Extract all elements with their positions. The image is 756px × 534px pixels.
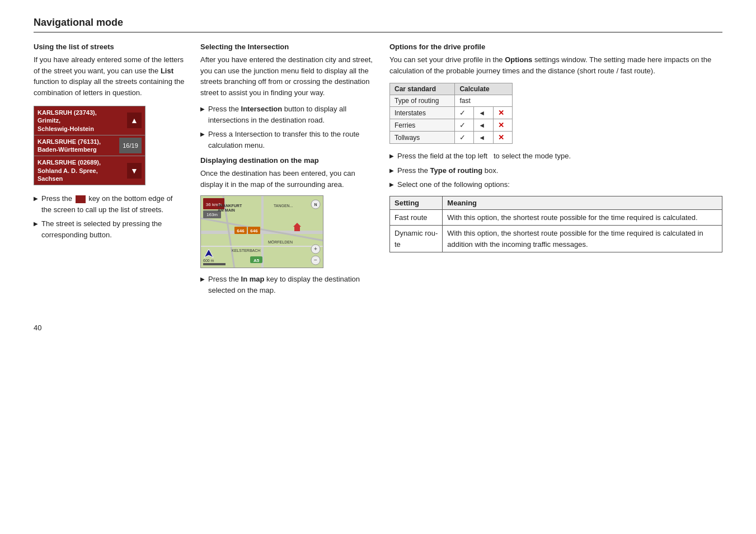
svg-text:FRANKFURT: FRANKFURT xyxy=(218,204,242,208)
meaning-row-2: Dynamic rou-te With this option, the sho… xyxy=(390,226,722,252)
dp-header-row: Car standard Calculate xyxy=(390,83,513,95)
setting-dynamic-route: Dynamic rou-te xyxy=(390,226,443,252)
mid-bullet-2: Press a Intersection to transfer this to… xyxy=(200,129,374,151)
street-name-3: KARLSRUHE (02689),Sohland A. D. Spree,Sa… xyxy=(37,158,127,182)
dp-header-calculate: Calculate xyxy=(455,83,513,95)
svg-text:MÖRFELDEN: MÖRFELDEN xyxy=(268,240,293,244)
mid-bullet-list-2: Press the In map key to display the dest… xyxy=(200,274,374,296)
mid-heading1: Selecting the Intersection xyxy=(200,43,374,51)
right-bullet-1: Press the field at the top left to selec… xyxy=(389,151,722,162)
right-column: Options for the drive profile You can se… xyxy=(389,43,722,258)
svg-rect-21 xyxy=(203,263,226,265)
svg-rect-25 xyxy=(294,227,300,231)
dp-tollways-check: ✓ xyxy=(455,132,474,144)
street-name-2: KARLSRUHE (76131),Baden-Württemberg xyxy=(37,138,119,154)
red-square-icon xyxy=(76,195,86,203)
mid-column: Selecting the Intersection After you hav… xyxy=(200,43,374,301)
svg-text:−: − xyxy=(314,257,317,263)
dp-interstates-check: ✓ xyxy=(455,107,474,119)
dp-interstates-label: Interstates xyxy=(390,107,455,119)
dp-interstates-arrow: ◄ xyxy=(474,107,494,119)
street-down-button[interactable]: ▼ xyxy=(127,163,142,179)
street-list-widget: KARLSRUH (23743),Grimitz,Schleswig-Holst… xyxy=(34,106,145,185)
svg-text:KELSTERBACH: KELSTERBACH xyxy=(232,249,260,252)
mid-para1: After you have entered the destination c… xyxy=(200,54,374,98)
left-heading: Using the list of streets xyxy=(34,43,185,51)
right-heading1: Options for the drive profile xyxy=(389,43,722,51)
street-item-2: KARLSRUHE (76131),Baden-Württemberg 16/1… xyxy=(34,135,145,157)
left-column: Using the list of streets If you have al… xyxy=(34,43,185,246)
page-title: Navigational mode xyxy=(34,17,722,32)
svg-text:646: 646 xyxy=(250,228,258,233)
dp-ferries-check: ✓ xyxy=(455,119,474,132)
mid-bullet-1: Press the Intersection button to display… xyxy=(200,104,374,125)
meaning-row-1: Fast route With this option, the shortes… xyxy=(390,209,722,226)
dp-tollways-row: Tollways ✓ ◄ ✕ xyxy=(390,132,513,144)
street-up-button[interactable]: ▲ xyxy=(127,113,142,128)
dp-tollways-arrow: ◄ xyxy=(474,132,494,144)
setting-fast-route: Fast route xyxy=(390,209,443,226)
mid-para2: Once the destination has been entered, y… xyxy=(200,168,374,190)
left-bullet-list: Press the key on the bottom edge of the … xyxy=(34,193,185,240)
left-para1: If you have already entered some of the … xyxy=(34,54,185,98)
svg-text:A5: A5 xyxy=(253,258,260,263)
dp-routing-row: Type of routing fast xyxy=(390,95,513,107)
map-thumbnail: A5 36 km/h 163m 646 646 FRANKFURT AM MAI… xyxy=(200,195,323,268)
page-number: 40 xyxy=(34,324,722,332)
svg-text:600 m: 600 m xyxy=(203,259,214,263)
right-para1: You can set your drive profile in the Op… xyxy=(389,54,722,76)
svg-text:TANGEN...: TANGEN... xyxy=(274,204,293,208)
dp-ferries-label: Ferries xyxy=(390,119,455,132)
dp-tollways-x: ✕ xyxy=(494,132,513,144)
dp-interstates-x: ✕ xyxy=(494,107,513,119)
mid-heading2: Displaying destination on the map xyxy=(200,156,374,165)
meaning-fast-route: With this option, the shortest route pos… xyxy=(443,209,722,226)
svg-text:AM MAIN: AM MAIN xyxy=(218,208,235,212)
dp-interstates-row: Interstates ✓ ◄ ✕ xyxy=(390,107,513,119)
drive-profile-table: Car standard Calculate Type of routing f… xyxy=(389,83,513,144)
dp-routing-val: fast xyxy=(455,95,513,107)
right-bullet-3: Select one of the following options: xyxy=(389,179,722,190)
dp-ferries-x: ✕ xyxy=(494,119,513,132)
meaning-th-setting: Setting xyxy=(390,196,443,209)
left-bullet-2: The street is selected by pressing the c… xyxy=(34,218,185,240)
street-item-1: KARLSRUH (23743),Grimitz,Schleswig-Holst… xyxy=(34,106,145,135)
dp-routing-label: Type of routing xyxy=(390,95,455,107)
mid-bullet-map: Press the In map key to display the dest… xyxy=(200,274,374,296)
left-bullet-1: Press the key on the bottom edge of the … xyxy=(34,193,185,215)
dp-ferries-row: Ferries ✓ ◄ ✕ xyxy=(390,119,513,132)
svg-text:646: 646 xyxy=(237,228,245,233)
meaning-header-row: Setting Meaning xyxy=(390,196,722,209)
meaning-table: Setting Meaning Fast route With this opt… xyxy=(389,196,722,253)
street-item-3: KARLSRUHE (02689),Sohland A. D. Spree,Sa… xyxy=(34,156,145,185)
dp-header-standard: Car standard xyxy=(390,83,455,95)
svg-text:N: N xyxy=(314,203,317,207)
mid-bullet-list-1: Press the Intersection button to display… xyxy=(200,104,374,151)
map-svg: A5 36 km/h 163m 646 646 FRANKFURT AM MAI… xyxy=(201,196,323,268)
dp-ferries-arrow: ◄ xyxy=(474,119,494,132)
right-bullet-list: Press the field at the top left to selec… xyxy=(389,151,722,190)
main-content: Using the list of streets If you have al… xyxy=(34,43,722,301)
svg-text:163m: 163m xyxy=(206,212,218,217)
dp-tollways-label: Tollways xyxy=(390,132,455,144)
street-page-button[interactable]: 16/19 xyxy=(119,138,142,153)
meaning-dynamic-route: With this option, the shortest route pos… xyxy=(443,226,722,252)
street-name-1: KARLSRUH (23743),Grimitz,Schleswig-Holst… xyxy=(37,109,127,133)
right-bullet-2: Press the Type of routing box. xyxy=(389,165,722,176)
meaning-th-meaning: Meaning xyxy=(443,196,722,209)
svg-text:+: + xyxy=(314,246,317,252)
